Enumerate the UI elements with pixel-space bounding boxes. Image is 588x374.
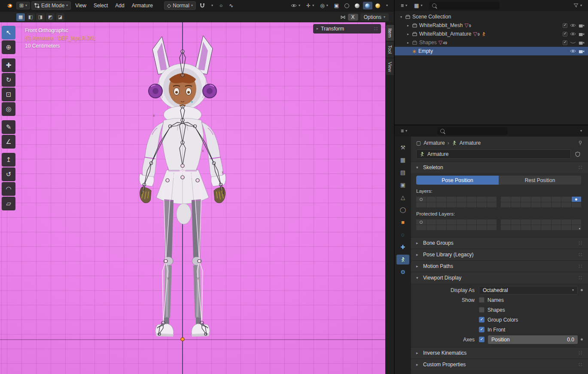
layer-cell[interactable] (551, 225, 561, 230)
breadcrumb-object[interactable]: Armature (423, 140, 445, 146)
layer-cell[interactable] (457, 202, 466, 207)
select-mode-invert[interactable]: ◩ (46, 13, 55, 21)
properties-tab-output[interactable]: ▤ (396, 167, 409, 177)
layer-cell[interactable] (511, 225, 521, 230)
layer-cell[interactable] (511, 202, 521, 207)
transform-panel-header[interactable]: ▸ Transform ∷ (313, 24, 381, 33)
render-camera-icon[interactable] (579, 49, 585, 54)
layer-cell[interactable] (561, 197, 571, 202)
layer-cell[interactable] (477, 202, 487, 207)
datablock-name-field[interactable]: Armature (416, 149, 571, 159)
tool-select-box[interactable]: ↖ (2, 26, 15, 40)
select-mode-intersect[interactable]: ◪ (56, 13, 64, 21)
layer-cell[interactable] (447, 202, 457, 207)
select-mode-subtract[interactable]: ◨ (36, 13, 45, 21)
shading-material-button[interactable] (363, 2, 372, 9)
disclosure-closed-icon[interactable]: ▸ (406, 41, 410, 45)
properties-tab-scene[interactable]: △ (396, 192, 409, 202)
tool-shear[interactable]: ▱ (2, 197, 15, 210)
render-camera-icon[interactable] (579, 40, 585, 45)
selectability-checkbox[interactable] (563, 23, 567, 28)
options-dropdown[interactable]: Options ▾ (360, 13, 389, 21)
properties-tab-object-data[interactable] (396, 255, 409, 265)
tool-roll[interactable]: ↺ (2, 167, 15, 181)
render-camera-icon[interactable] (579, 23, 585, 28)
fake-user-shield-button[interactable] (573, 149, 583, 159)
gizmos-toggle[interactable]: ✛ ▾ (304, 2, 317, 9)
outliner-row-whiterabbit-armature[interactable]: ▸ WhiteRabbit_Armature ▽9 (395, 30, 588, 38)
shading-wireframe-button[interactable] (342, 2, 352, 9)
tool-rotate[interactable]: ↻ (2, 73, 15, 87)
panel-grip-icon[interactable]: ∷ (579, 275, 583, 281)
tool-measure[interactable]: ∠ (2, 135, 15, 149)
layer-cell[interactable] (467, 202, 477, 207)
bone-layers-grid[interactable] (416, 197, 581, 207)
pin-icon[interactable] (578, 140, 583, 146)
hide-eye-icon[interactable] (570, 32, 576, 36)
layer-cell[interactable] (561, 219, 571, 225)
layer-cell[interactable] (416, 202, 426, 207)
mirror-x-toggle[interactable]: X (348, 14, 358, 21)
motion-paths-panel-header[interactable]: ▸ Motion Paths ∷ (411, 260, 588, 272)
outliner-filter-dropdown[interactable]: ▾ (571, 2, 585, 9)
layer-cell[interactable] (416, 219, 426, 225)
layer-cell[interactable] (487, 219, 497, 225)
custom-properties-panel-header[interactable]: ▸ Custom Properties ∷ (411, 359, 588, 370)
panel-grip-icon[interactable]: ∷ (579, 240, 583, 246)
menu-select[interactable]: Select (91, 3, 111, 9)
layer-cell[interactable] (521, 202, 531, 207)
layer-cell[interactable] (457, 219, 466, 225)
select-mode-new[interactable]: ▦ (16, 13, 25, 21)
properties-filter-dropdown[interactable]: ▾ (578, 128, 585, 134)
menu-add[interactable]: Add (112, 3, 127, 9)
disclosure-open-icon[interactable]: ▾ (399, 15, 403, 19)
outliner-row-scene-collection[interactable]: ▾ Scene Collection (395, 12, 588, 21)
layer-cell[interactable] (427, 202, 436, 207)
in-front-checkbox[interactable] (479, 327, 484, 332)
layer-cell[interactable] (572, 225, 582, 230)
layer-cell[interactable] (447, 225, 457, 230)
blender-app-menu[interactable] (3, 2, 15, 9)
panel-grip-icon[interactable]: ∷ (374, 26, 378, 32)
layer-cell[interactable] (477, 197, 487, 202)
snap-toggle[interactable] (197, 2, 207, 9)
tool-transform[interactable]: ◎ (2, 102, 15, 116)
layer-cell[interactable] (511, 219, 521, 225)
layer-cell[interactable] (487, 225, 497, 230)
proportional-falloff-dropdown[interactable]: ∿ (226, 2, 236, 9)
shading-dropdown[interactable]: ▾ (384, 3, 390, 8)
decorator-dot[interactable] (581, 338, 583, 341)
layer-cell[interactable] (487, 202, 497, 207)
tool-bend[interactable]: ◠ (2, 182, 15, 196)
tool-annotate[interactable]: ✎ (2, 120, 15, 134)
snap-settings-dropdown[interactable]: ▾ (209, 3, 216, 8)
xray-toggle[interactable]: ▣ (332, 2, 341, 9)
panel-grip-icon[interactable]: ∷ (579, 362, 583, 368)
sidebar-tab-tool[interactable]: Tool (386, 42, 394, 57)
pose-library-panel-header[interactable]: ▸ Pose Library (Legacy) ∷ (411, 249, 588, 260)
pose-position-button[interactable]: Pose Position (416, 176, 499, 185)
properties-editor-selector[interactable]: ≡ ▾ (398, 128, 410, 134)
properties-tab-modifier[interactable]: ⚙ (396, 267, 409, 277)
layer-cell[interactable] (447, 219, 457, 225)
layer-cell[interactable] (541, 219, 551, 225)
layer-cell[interactable] (572, 197, 582, 202)
render-camera-icon[interactable] (579, 32, 585, 36)
editor-type-selector[interactable]: ⊞ ▾ (16, 2, 30, 9)
outliner-search-input[interactable] (429, 2, 500, 9)
properties-tab-object[interactable]: ■ (396, 217, 409, 227)
layer-cell[interactable] (541, 197, 551, 202)
layer-cell[interactable] (477, 219, 487, 225)
menu-view[interactable]: View (72, 3, 89, 9)
outliner-display-mode[interactable]: ▦ ▾ (411, 2, 425, 9)
select-mode-extend[interactable]: ◧ (26, 13, 35, 21)
outliner-editor-selector[interactable]: ≡ ▾ (398, 2, 410, 9)
outliner-row-shapes[interactable]: ▸ Shapes ▽49 (395, 38, 588, 47)
layer-cell[interactable] (427, 219, 436, 225)
layer-cell[interactable] (436, 202, 446, 207)
hide-eye-icon[interactable] (570, 23, 576, 27)
layer-cell[interactable] (511, 197, 521, 202)
group-colors-checkbox[interactable] (479, 317, 484, 322)
display-as-dropdown[interactable]: Octahedral ▾ (479, 286, 578, 295)
properties-search-input[interactable] (437, 127, 508, 135)
